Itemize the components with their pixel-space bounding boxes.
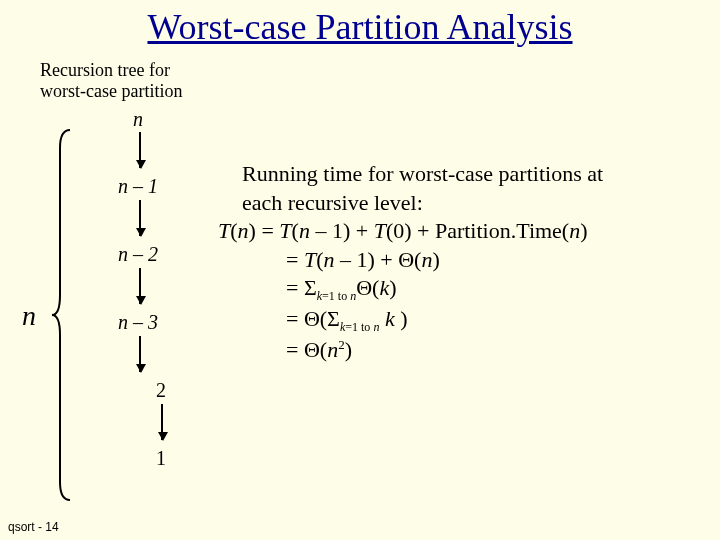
tree-arrow-3: [139, 336, 141, 372]
tree-node-3: n – 3: [118, 311, 158, 334]
subtitle: Recursion tree for worst-case partition: [40, 60, 182, 101]
tree-node-0: n: [133, 108, 143, 131]
body-intro: Running time for worst-case partitions a…: [218, 160, 708, 217]
slide-footer: qsort - 14: [8, 520, 59, 534]
subtitle-line2: worst-case partition: [40, 81, 182, 101]
tree-arrow-4: [161, 404, 163, 440]
derivation-body: Running time for worst-case partitions a…: [218, 160, 708, 365]
body-line2: = T(n – 1) + Θ(n): [218, 246, 708, 275]
subtitle-line1: Recursion tree for: [40, 60, 170, 80]
slide-title: Worst-case Partition Analysis: [0, 6, 720, 48]
tree-arrow-0: [139, 132, 141, 168]
tree-node-2: n – 2: [118, 243, 158, 266]
body-line3: = Σk=1 to nΘ(k): [218, 274, 708, 305]
tree-arrow-1: [139, 200, 141, 236]
tree-node-1: n – 1: [118, 175, 158, 198]
tree-node-4: 2: [156, 379, 166, 402]
tree-arrow-2: [139, 268, 141, 304]
body-line4: = Θ(Σk=1 to n k ): [218, 305, 708, 336]
tree-node-5: 1: [156, 447, 166, 470]
body-line1: T(n) = T(n – 1) + T(0) + Partition.Time(…: [218, 217, 708, 246]
brace-icon: [50, 128, 72, 502]
brace-height-label: n: [22, 300, 36, 332]
body-line5: = Θ(n2): [218, 336, 708, 365]
